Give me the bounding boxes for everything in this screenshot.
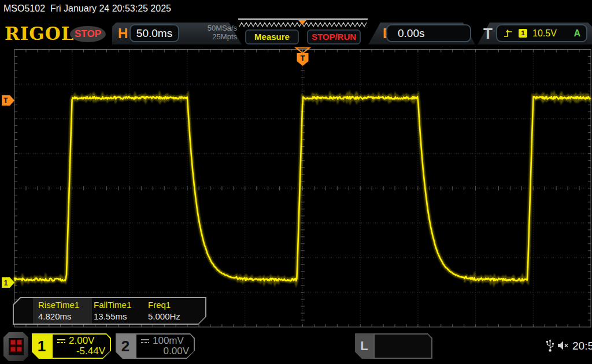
channel2-tab[interactable]: 2 bbox=[116, 333, 135, 359]
menu-grid-inner bbox=[9, 338, 24, 355]
waveform-preview-strip[interactable] bbox=[238, 18, 368, 28]
logic-tab[interactable]: L bbox=[355, 333, 373, 359]
channel2-scale: 100mV bbox=[153, 335, 184, 347]
acquisition-state-badge: STOP bbox=[70, 26, 106, 42]
delay-value-box[interactable]: 0.00s bbox=[386, 24, 471, 42]
oscilloscope-screen: MSO5102 Fri January 24 20:53:25 2025 RIG… bbox=[0, 0, 592, 364]
sample-rate-info: 50MSa/s 25Mpts bbox=[183, 24, 237, 41]
measure-button[interactable]: Measure bbox=[245, 29, 299, 44]
measurement-panel[interactable]: RiseTime1 4.820ms FallTime1 13.55ms Freq… bbox=[13, 297, 206, 325]
channel2-offset: 0.00V bbox=[164, 346, 189, 357]
dc-coupling-icon bbox=[140, 338, 150, 344]
logic-channel-list: 0 1 2 3 4 5 6 7 8 9 10 11 12 13 14 15 bbox=[375, 335, 431, 358]
measurement-panel-body: RiseTime1 4.820ms FallTime1 13.55ms Freq… bbox=[14, 298, 205, 324]
channel1-position-label: 1 bbox=[4, 279, 8, 287]
graticule-and-waveform: TT1 bbox=[0, 46, 592, 330]
usb-icon bbox=[546, 339, 554, 352]
clock: 20:52 bbox=[572, 340, 592, 352]
dc-coupling-icon bbox=[57, 338, 66, 344]
channel1-status-box[interactable]: 1 2.00V -5.44V bbox=[32, 333, 111, 359]
preview-zigzag-icon bbox=[238, 20, 367, 28]
sample-rate: 50MSa/s bbox=[183, 24, 237, 32]
rigol-logo: RIGOL bbox=[5, 23, 75, 44]
measurement-item[interactable]: FallTime1 13.55ms bbox=[94, 300, 149, 321]
stop-run-button[interactable]: STOP/RUN bbox=[307, 29, 361, 44]
speaker-muted-icon bbox=[557, 340, 571, 351]
measurement-item[interactable]: Freq1 5.000Hz bbox=[148, 300, 203, 321]
channel1-scale: 2.00V bbox=[69, 335, 94, 347]
channel1-offset: -5.44V bbox=[76, 346, 105, 357]
logic-channels-box[interactable]: L 0 1 2 3 4 5 6 7 8 9 10 11 12 13 14 15 bbox=[355, 333, 432, 359]
grid-ticks bbox=[14, 50, 591, 328]
trigger-level-label: T bbox=[3, 96, 8, 105]
channel1-tab[interactable]: 1 bbox=[32, 333, 51, 359]
trigger-badge: T bbox=[483, 23, 493, 44]
memory-depth: 25Mpts bbox=[183, 32, 237, 41]
menu-grid-button[interactable] bbox=[3, 332, 28, 361]
trigger-position-label: T bbox=[301, 54, 305, 62]
trigger-info-box[interactable]: 1 10.5V A bbox=[496, 24, 587, 42]
trigger-level-value: 10.5V bbox=[532, 28, 568, 39]
horizontal-badge: H bbox=[118, 23, 128, 44]
status-line: MSO5102 Fri January 24 20:53:25 2025 bbox=[3, 3, 171, 14]
trigger-slope-icon bbox=[503, 29, 513, 38]
trigger-sweep-mode: A bbox=[574, 28, 580, 39]
timebase-box[interactable]: 50.0ms bbox=[130, 24, 179, 42]
trigger-source-chip: 1 bbox=[519, 29, 527, 38]
measurement-item[interactable]: RiseTime1 4.820ms bbox=[38, 300, 93, 321]
channel2-status-box[interactable]: 2 100mV 0.00V bbox=[116, 333, 195, 359]
